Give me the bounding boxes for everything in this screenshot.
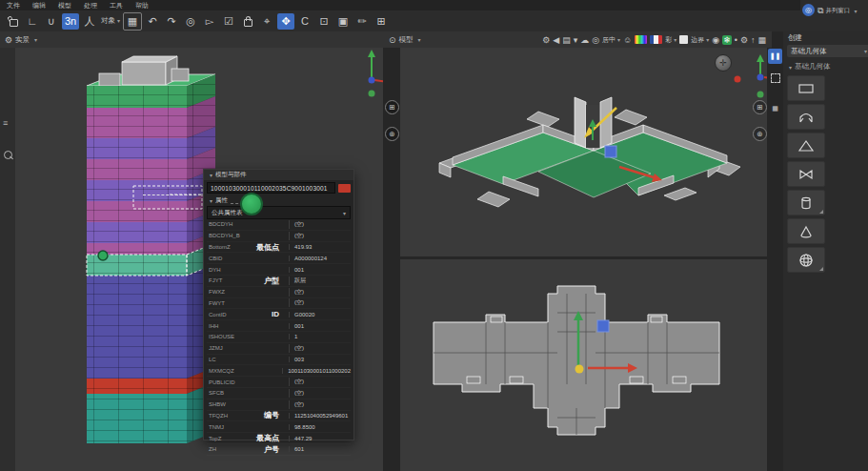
cone-shape-button[interactable] bbox=[787, 218, 825, 244]
layers-icon[interactable]: ◉ bbox=[712, 35, 719, 45]
geometry-section-header[interactable]: ▾ 基础几何体 bbox=[787, 62, 831, 72]
menu-item-5[interactable]: 帮助 bbox=[135, 1, 149, 10]
left-viewport-mode-dropdown[interactable]: 实景 bbox=[15, 35, 30, 45]
record-icon[interactable]: ◎ bbox=[182, 13, 199, 30]
display-icon[interactable]: ▤ bbox=[562, 35, 571, 45]
selection-dot[interactable] bbox=[98, 251, 108, 260]
menu-icon[interactable]: ≡ bbox=[3, 118, 8, 128]
properties-panel-titlebar[interactable]: ▾ 模型与部件 bbox=[204, 170, 353, 180]
face-icon[interactable]: ☺ bbox=[623, 35, 632, 45]
undo-icon[interactable]: ↶ bbox=[144, 13, 161, 30]
pyramid-shape-button[interactable] bbox=[787, 133, 825, 158]
property-value: (空) bbox=[289, 298, 351, 307]
menu-item-3[interactable]: 处理 bbox=[84, 1, 97, 10]
dashed-box-icon bbox=[771, 73, 780, 83]
redo-icon[interactable]: ↷ bbox=[163, 13, 180, 30]
square-swatch[interactable] bbox=[679, 35, 688, 44]
compass-icon[interactable]: ◎ bbox=[592, 35, 599, 45]
split-window-button[interactable]: ⧉ 并列窗口 ▾ bbox=[818, 6, 857, 16]
checker-icon[interactable]: ▦ bbox=[768, 101, 782, 116]
property-alias: 户型 bbox=[264, 276, 289, 286]
object-dropdown[interactable]: 对象▾ bbox=[100, 13, 121, 30]
move-icon[interactable]: ✥ bbox=[277, 13, 294, 30]
property-value: A000000124 bbox=[289, 256, 351, 261]
attribute-table: BDCDYH(空)BDCDYH_B(空)BottomZ最低点419.93CBID… bbox=[207, 219, 351, 437]
lock-open-icon[interactable] bbox=[5, 13, 22, 30]
settings-icon[interactable]: ⚙ bbox=[542, 35, 550, 45]
gear2-icon[interactable]: ⚙ bbox=[740, 35, 748, 45]
property-value: (空) bbox=[289, 389, 351, 398]
menu-item-2[interactable]: 模型 bbox=[58, 1, 71, 10]
prism-shape-button[interactable] bbox=[787, 161, 825, 187]
select-icon[interactable]: ▻ bbox=[201, 13, 218, 30]
object-id-field[interactable]: 100010300010110002035C9001003001 bbox=[207, 182, 335, 194]
property-key: MXMCQZ bbox=[209, 368, 234, 374]
dot-icon[interactable]: • bbox=[735, 35, 737, 45]
attributes-section-header[interactable]: ▾ 属性 bbox=[204, 195, 353, 206]
lock-icon[interactable] bbox=[239, 13, 256, 30]
right-viewport-mode-dropdown[interactable]: 模型 bbox=[399, 35, 414, 45]
polygon-shape-button[interactable] bbox=[787, 104, 825, 130]
menu-item-4[interactable]: 工具 bbox=[110, 1, 123, 10]
cloud-icon[interactable]: ☁ bbox=[580, 35, 589, 45]
caret-icon[interactable]: ▾ bbox=[574, 35, 578, 45]
center-dropdown[interactable]: 居中▾ bbox=[602, 35, 620, 45]
geometry-category-dropdown[interactable]: 基础几何体 ▾ bbox=[787, 45, 868, 57]
flag-swatch[interactable] bbox=[650, 35, 662, 44]
rotate-icon[interactable]: C bbox=[296, 13, 313, 30]
snowflake-icon[interactable]: ❄ bbox=[722, 35, 732, 45]
section-arrow-icon: ▾ bbox=[210, 172, 212, 178]
attribute-table-dropdown[interactable]: 公共属性表 ▾ bbox=[207, 206, 351, 219]
floorplan-3d bbox=[405, 52, 767, 253]
properties-panel: ▾ 模型与部件 100010300010110002035C9001003001… bbox=[203, 169, 354, 440]
app-mode-button[interactable]: ◎ bbox=[802, 4, 815, 16]
color-dropdown[interactable]: 彩▾ bbox=[665, 35, 676, 45]
vertex-snap-icon[interactable]: 3n bbox=[62, 13, 79, 30]
property-key: SFCB bbox=[209, 390, 224, 396]
edit-select-icon[interactable]: ☑ bbox=[220, 13, 237, 30]
boundary-dropdown[interactable]: 边界▾ bbox=[691, 35, 709, 45]
property-value: 98.8500 bbox=[289, 424, 351, 430]
right-top-viewport[interactable]: ✛ ⊞ ⊛ bbox=[400, 48, 767, 259]
cylinder-shape-button[interactable] bbox=[787, 190, 825, 215]
cone-icon[interactable]: ◀ bbox=[553, 35, 559, 45]
left-viewport-header: ⚙ 实景 ▾ bbox=[0, 31, 388, 48]
caret-icon: ▾ bbox=[418, 36, 421, 43]
orbit-icon[interactable]: ⌖ bbox=[258, 13, 275, 30]
viewport-display-toolbar: ⚙◀▤▾☁◎居中▾☺彩▾边界▾◉❄•⚙↑▦ bbox=[542, 35, 772, 45]
scale-icon[interactable]: ⊡ bbox=[315, 13, 333, 30]
selection-handle-dot[interactable] bbox=[240, 193, 263, 215]
property-key: FWYT bbox=[209, 300, 225, 306]
dropdown-label: 基础几何体 bbox=[791, 47, 827, 56]
grid-circle-icon[interactable]: ⊞ bbox=[385, 100, 399, 114]
property-key: IHH bbox=[209, 323, 218, 329]
menu-item-0[interactable]: 文件 bbox=[7, 1, 20, 10]
caret-icon: ▾ bbox=[343, 210, 346, 216]
box-shape-button[interactable] bbox=[787, 75, 825, 101]
cyl-icon bbox=[797, 195, 816, 211]
attributes-section-label: 属性 bbox=[215, 196, 228, 205]
menu-item-1[interactable]: 编辑 bbox=[32, 1, 46, 10]
sphere-shape-button[interactable] bbox=[787, 247, 825, 273]
close-button[interactable] bbox=[338, 184, 351, 193]
pause-icon[interactable]: ❚❚ bbox=[768, 49, 782, 64]
split-window-label: 并列窗口 bbox=[825, 7, 850, 15]
globe-circle-icon[interactable]: ⊛ bbox=[753, 127, 767, 141]
split-window-icon: ⧉ bbox=[818, 6, 823, 16]
globe-circle-icon[interactable]: ⊛ bbox=[385, 127, 399, 141]
grid-circle-icon[interactable]: ⊞ bbox=[753, 100, 767, 114]
right-bottom-viewport[interactable] bbox=[400, 259, 767, 471]
rainbow-swatch[interactable] bbox=[635, 35, 647, 44]
mirror-icon[interactable]: ▣ bbox=[334, 13, 352, 30]
grid-icon[interactable]: ▦ bbox=[757, 35, 766, 45]
property-key: DYH bbox=[209, 267, 221, 273]
magnet-icon[interactable]: ∪ bbox=[43, 13, 60, 30]
layout-icon[interactable]: ⊞ bbox=[373, 13, 390, 30]
group-icon[interactable]: ▦ bbox=[123, 12, 142, 31]
up-arrow-icon[interactable]: ↑ bbox=[751, 35, 756, 45]
search-icon[interactable] bbox=[4, 151, 12, 159]
marquee-select-icon[interactable] bbox=[768, 71, 782, 86]
pivot-icon[interactable]: 人 bbox=[81, 13, 98, 30]
measure-icon[interactable]: ✏ bbox=[353, 13, 371, 30]
angle-snap-icon[interactable]: ∟ bbox=[24, 13, 41, 30]
